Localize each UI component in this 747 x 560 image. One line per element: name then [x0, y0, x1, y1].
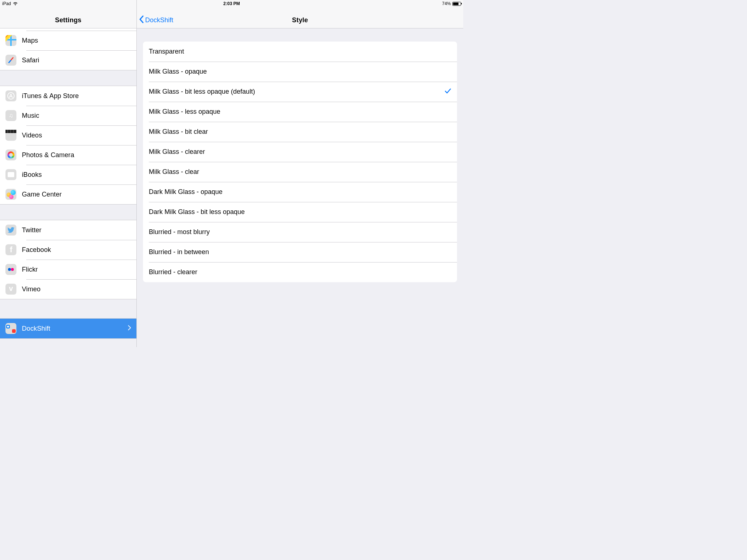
battery-icon [452, 2, 461, 6]
sidebar-group: FaceTimeMapsSafari [0, 28, 136, 70]
style-options-group: TransparentMilk Glass - opaqueMilk Glass… [143, 42, 457, 282]
sidebar-item-label: Photos & Camera [22, 151, 74, 159]
sidebar-title: Settings [55, 16, 82, 24]
style-option-label: Dark Milk Glass - bit less opaque [149, 208, 245, 216]
checkmark-icon [445, 88, 451, 96]
style-option[interactable]: Milk Glass - bit clear [143, 122, 457, 142]
style-option-label: Blurried - most blurry [149, 228, 210, 236]
sidebar-item-label: iBooks [22, 171, 42, 179]
options-wrap: TransparentMilk Glass - opaqueMilk Glass… [137, 28, 463, 282]
style-option[interactable]: Dark Milk Glass - bit less opaque [143, 202, 457, 222]
sidebar-item-label: Game Center [22, 191, 62, 198]
style-option-label: Milk Glass - bit less opaque (default) [149, 88, 255, 96]
ibooks-icon [5, 169, 16, 180]
sidebar-gap [0, 70, 136, 86]
flickr-icon [5, 264, 16, 275]
style-option[interactable]: Dark Milk Glass - opaque [143, 182, 457, 202]
sidebar-item-label: Twitter [22, 226, 42, 234]
sidebar-item-maps[interactable]: Maps [0, 31, 136, 50]
style-option-label: Milk Glass - opaque [149, 68, 207, 75]
style-option-label: Dark Milk Glass - opaque [149, 188, 222, 196]
style-option-label: Milk Glass - clearer [149, 148, 205, 156]
sidebar-item-twitter[interactable]: Twitter [0, 220, 136, 240]
sidebar-item-label: Vimeo [22, 285, 40, 293]
style-option[interactable]: Milk Glass - bit less opaque (default) [143, 82, 457, 102]
photos-camera-icon [5, 149, 16, 160]
sidebar-item-label: Facebook [22, 246, 51, 254]
battery-percent: 74% [442, 1, 451, 6]
music-icon [5, 110, 16, 121]
sidebar-item-safari[interactable]: Safari [0, 50, 136, 70]
style-option-label: Milk Glass - bit clear [149, 128, 208, 136]
status-left: iPad [2, 1, 18, 6]
twitter-icon [5, 225, 16, 236]
sidebar-item-game-center[interactable]: Game Center [0, 184, 136, 204]
status-bar: iPad 2:03 PM 74% [0, 0, 463, 7]
vimeo-icon [5, 284, 16, 295]
chevron-left-icon [139, 15, 144, 25]
sidebar-item-itunes-appstore[interactable]: AiTunes & App Store [0, 86, 136, 106]
sidebar-item-ibooks[interactable]: iBooks [0, 165, 136, 184]
facebook-icon [5, 244, 16, 255]
sidebar-item-label: DockShift [22, 325, 50, 332]
style-option-label: Milk Glass - less opaque [149, 108, 220, 116]
detail-title: Style [292, 16, 308, 24]
screen: iPad 2:03 PM 74% Settings FaceTimeMapsSa… [0, 0, 463, 347]
style-option-label: Blurried - clearer [149, 268, 197, 276]
sidebar-item-label: Flickr [22, 266, 38, 273]
detail-pane: DockShift Style TransparentMilk Glass - … [137, 0, 463, 347]
style-option[interactable]: Milk Glass - less opaque [143, 102, 457, 122]
sidebar-item-label: Safari [22, 57, 39, 64]
sidebar-item-facebook[interactable]: Facebook [0, 240, 136, 260]
status-time: 2:03 PM [223, 1, 240, 6]
sidebar-item-dockshift[interactable]: DockShift [0, 319, 136, 338]
game-center-icon [5, 189, 16, 200]
style-option-label: Blurried - in between [149, 248, 209, 256]
style-option[interactable]: Blurried - clearer [143, 262, 457, 282]
sidebar-item-label: Maps [22, 37, 38, 44]
sidebar-item-flickr[interactable]: Flickr [0, 260, 136, 279]
maps-icon [5, 35, 16, 46]
style-option[interactable]: Milk Glass - clear [143, 162, 457, 182]
sidebar-gap [0, 299, 136, 318]
sidebar-gap [0, 339, 136, 347]
itunes-appstore-icon: A [5, 90, 16, 101]
back-button[interactable]: DockShift [139, 15, 173, 25]
wifi-icon [13, 2, 18, 6]
back-label: DockShift [145, 16, 173, 24]
style-option[interactable]: Milk Glass - clearer [143, 142, 457, 162]
device-label: iPad [2, 1, 11, 6]
style-option[interactable]: Blurried - most blurry [143, 222, 457, 242]
safari-icon [5, 55, 16, 66]
dockshift-icon [5, 323, 16, 334]
status-right: 74% [442, 1, 461, 6]
style-option-label: Milk Glass - clear [149, 168, 199, 176]
videos-icon [5, 130, 16, 141]
sidebar-group: DockShift [0, 318, 136, 339]
settings-sidebar: Settings FaceTimeMapsSafariAiTunes & App… [0, 0, 137, 347]
sidebar-item-music[interactable]: Music [0, 106, 136, 125]
sidebar-group: TwitterFacebookFlickrVimeo [0, 220, 136, 299]
style-option[interactable]: Blurried - in between [143, 242, 457, 262]
sidebar-item-label: Videos [22, 132, 42, 139]
sidebar-item-label: iTunes & App Store [22, 92, 79, 100]
sidebar-item-photos-camera[interactable]: Photos & Camera [0, 145, 136, 165]
sidebar-group: AiTunes & App StoreMusicVideosPhotos & C… [0, 86, 136, 205]
sidebar-item-vimeo[interactable]: Vimeo [0, 279, 136, 299]
chevron-right-icon [128, 325, 131, 332]
sidebar-item-videos[interactable]: Videos [0, 125, 136, 145]
style-option[interactable]: Milk Glass - opaque [143, 62, 457, 82]
sidebar-list[interactable]: FaceTimeMapsSafariAiTunes & App StoreMus… [0, 28, 136, 347]
sidebar-gap [0, 205, 136, 220]
style-option[interactable]: Transparent [143, 42, 457, 62]
sidebar-item-label: Music [22, 112, 39, 120]
style-option-label: Transparent [149, 48, 184, 55]
